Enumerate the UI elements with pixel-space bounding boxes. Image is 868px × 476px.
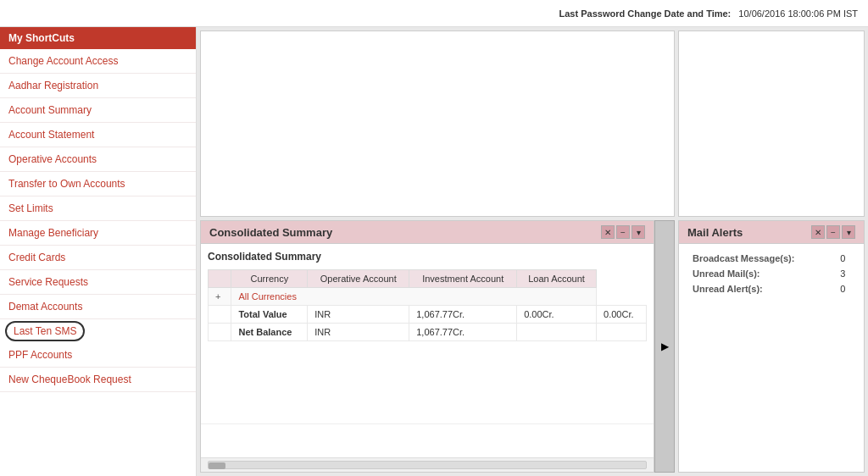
total-value-operative: 1,067.77Cr. — [409, 306, 517, 324]
all-currencies-label[interactable]: All Currencies — [238, 291, 296, 302]
sidebar-item-change-account-access[interactable]: Change Account Access — [0, 49, 196, 74]
sidebar-item-last-ten-sms[interactable]: Last Ten SMS — [0, 319, 196, 343]
last-password-label: Last Password Change Date and Time: — [559, 8, 732, 19]
sidebar-item-new-chequebook-request[interactable]: New ChequeBook Request — [0, 368, 196, 392]
top-left-panel — [200, 30, 675, 217]
consolidated-title: Consolidated Summary — [209, 226, 332, 239]
horizontal-scrollbar[interactable] — [208, 461, 647, 469]
consolidated-body: Consolidated Summary Currency Operative … — [201, 244, 654, 423]
sidebar-item-account-statement[interactable]: Account Statement — [0, 123, 196, 147]
total-value-row: Total Value INR 1,067.77Cr. 0.00Cr. 0.00… — [209, 306, 647, 324]
side-arrow-icon: ▶ — [661, 340, 669, 352]
sidebar-item-credit-cards[interactable]: Credit Cards — [0, 246, 196, 270]
consolidated-subtitle: Consolidated Summary — [208, 251, 647, 263]
total-value-investment: 0.00Cr. — [517, 306, 597, 324]
net-balance-label: Net Balance — [231, 324, 308, 341]
mail-row-label-0: Broadcast Message(s): — [686, 251, 837, 266]
net-balance-currency: INR — [308, 324, 409, 341]
top-bar: Last Password Change Date and Time: 10/0… — [0, 0, 868, 27]
mail-row-count-1: 3 — [837, 266, 857, 281]
sidebar-item-demat-accounts[interactable]: Demat Accounts — [0, 295, 196, 319]
mail-title: Mail Alerts — [687, 226, 743, 239]
mail-row-count-2: 0 — [837, 281, 857, 296]
sidebar-item-account-summary[interactable]: Account Summary — [0, 98, 196, 123]
consolidated-header: Consolidated Summary ✕ − ▾ — [201, 221, 654, 244]
mail-body: Broadcast Message(s): 0 Unread Mail(s): … — [679, 244, 864, 472]
mail-expand-btn[interactable]: ▾ — [842, 225, 855, 239]
consolidated-footer[interactable] — [201, 457, 654, 472]
mail-row-1: Unread Mail(s): 3 — [686, 266, 857, 281]
sidebar-item-manage-beneficiary[interactable]: Manage Beneficiary — [0, 221, 196, 246]
all-currencies-row[interactable]: + All Currencies — [209, 288, 647, 306]
mail-min-btn[interactable]: − — [826, 225, 840, 239]
sidebar-items: Change Account AccessAadhar Registration… — [0, 49, 196, 392]
sidebar: My ShortCuts Change Account AccessAadhar… — [0, 27, 197, 476]
side-arrow-btn[interactable]: ▶ — [654, 220, 675, 473]
consolidated-panel: Consolidated Summary ✕ − ▾ Consolidated … — [200, 220, 654, 473]
expand-icon: + — [215, 291, 220, 302]
mail-panel: Mail Alerts ✕ − ▾ Broadcast Message(s): … — [678, 220, 865, 473]
consolidated-expand-btn[interactable]: ▾ — [632, 225, 645, 239]
sidebar-item-service-requests[interactable]: Service Requests — [0, 270, 196, 295]
sidebar-header: My ShortCuts — [0, 27, 196, 49]
net-balance-investment — [517, 324, 597, 341]
scrollbar-thumb[interactable] — [209, 462, 225, 469]
col-header-operative: Operative Account — [308, 270, 409, 288]
mail-row-0: Broadcast Message(s): 0 — [686, 251, 857, 266]
sidebar-item-aadhar-registration[interactable]: Aadhar Registration — [0, 74, 196, 98]
consolidated-min-btn[interactable]: − — [616, 225, 630, 239]
col-header-empty — [209, 270, 231, 288]
mail-close-btn[interactable]: ✕ — [811, 225, 825, 239]
last-password-info: Last Password Change Date and Time: 10/0… — [559, 8, 858, 19]
sidebar-item-set-limits[interactable]: Set Limits — [0, 196, 196, 221]
consolidated-controls: ✕ − ▾ — [601, 225, 645, 239]
total-value-currency: INR — [308, 306, 409, 324]
net-balance-operative: 1,067.77Cr. — [409, 324, 517, 341]
col-header-currency: Currency — [231, 270, 308, 288]
consolidated-spacer — [201, 423, 654, 457]
mail-header: Mail Alerts ✕ − ▾ — [679, 221, 864, 244]
mail-controls: ✕ − ▾ — [811, 225, 855, 239]
main-layout: My ShortCuts Change Account AccessAadhar… — [0, 27, 868, 476]
net-balance-loan — [597, 324, 647, 341]
col-header-investment: Investment Account — [409, 270, 517, 288]
col-header-loan: Loan Account — [517, 270, 597, 288]
sidebar-item-operative-accounts[interactable]: Operative Accounts — [0, 147, 196, 172]
total-value-label: Total Value — [231, 306, 308, 324]
sidebar-item-ppf-accounts[interactable]: PPF Accounts — [0, 343, 196, 368]
content-area: Consolidated Summary ✕ − ▾ Consolidated … — [197, 27, 868, 476]
top-right-panel — [678, 30, 865, 217]
total-value-loan: 0.00Cr. — [597, 306, 647, 324]
mail-row-label-1: Unread Mail(s): — [686, 266, 837, 281]
mail-row-count-0: 0 — [837, 251, 857, 266]
last-password-value: 10/06/2016 18:00:06 PM IST — [738, 8, 858, 19]
sidebar-item-transfer-to-own-accounts[interactable]: Transfer to Own Accounts — [0, 172, 196, 196]
consolidated-close-btn[interactable]: ✕ — [601, 225, 615, 239]
mail-row-2: Unread Alert(s): 0 — [686, 281, 857, 296]
net-balance-row: Net Balance INR 1,067.77Cr. — [209, 324, 647, 341]
sidebar-item-label-last-ten-sms: Last Ten SMS — [5, 321, 85, 341]
mail-row-label-2: Unread Alert(s): — [686, 281, 837, 296]
mail-table: Broadcast Message(s): 0 Unread Mail(s): … — [686, 251, 857, 296]
consolidated-table: Currency Operative Account Investment Ac… — [208, 269, 647, 341]
